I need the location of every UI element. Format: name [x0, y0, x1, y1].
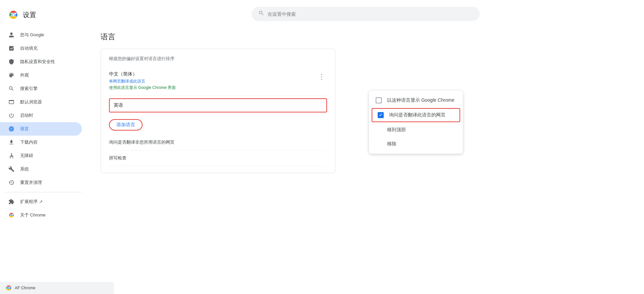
sidebar-item-startup[interactable]: 启动时 — [0, 109, 82, 122]
palette-icon — [8, 72, 15, 79]
sidebar-item-label: 重置并清理 — [20, 180, 42, 186]
sidebar-item-label: 搜索引擎 — [20, 86, 38, 92]
sidebar-item-browser[interactable]: 默认浏览器 — [0, 95, 82, 109]
sidebar-header: 设置 — [0, 5, 87, 28]
reset-icon — [8, 179, 15, 186]
sidebar-item-language[interactable]: 语言 — [0, 122, 82, 136]
about-chrome-icon — [8, 212, 15, 218]
external-link-icon: ↗ — [39, 199, 43, 204]
sidebar-item-label: 下载内容 — [20, 139, 38, 145]
search-nav-icon — [8, 85, 15, 92]
display-link[interactable]: 使用此语言显示 Google Chrome 界面 — [109, 85, 316, 91]
sidebar-item-autofill[interactable]: 自动填充 — [0, 42, 82, 55]
sidebar-item-label: 系统 — [20, 166, 29, 172]
sidebar-item-system[interactable]: 系统 — [0, 162, 82, 176]
extensions-label-group: 扩展程序 ↗ — [20, 199, 43, 205]
search-icon — [258, 10, 264, 18]
language-card: 根据您的偏好设置对语言进行排序 中文（简体） 将网页翻译成此语言 使用此语言显示… — [101, 49, 335, 173]
person-icon — [8, 32, 15, 38]
card-subtitle: 根据您的偏好设置对语言进行排序 — [109, 56, 327, 62]
sidebar-item-accessibility[interactable]: 无障碍 — [0, 149, 82, 162]
puzzle-icon — [8, 198, 15, 205]
language-entry-english: 英语 — [109, 98, 327, 112]
menu-item-label: 移除 — [387, 141, 396, 147]
sidebar-nav: 您与 Google 自动填充 隐私设置和安全性 外观 — [0, 28, 87, 289]
more-options-button[interactable]: ⋮ — [316, 71, 327, 82]
bottom-bar-chrome-icon — [5, 285, 12, 291]
svg-point-6 — [11, 214, 12, 216]
sidebar-item-label: 外观 — [20, 72, 29, 78]
menu-item-remove[interactable]: 移除 — [369, 137, 463, 151]
language-entry-chinese: 中文（简体） 将网页翻译成此语言 使用此语言显示 Google Chrome 界… — [109, 67, 327, 96]
menu-item-label: 询问是否翻译此语言的网页 — [389, 112, 445, 118]
sidebar-item-about[interactable]: 关于 Chrome — [0, 208, 82, 222]
page-title: 设置 — [23, 10, 36, 19]
menu-item-display[interactable]: 以这种语言显示 Google Chrome — [369, 93, 463, 107]
power-icon — [8, 112, 15, 119]
autofill-icon — [8, 45, 15, 52]
nav-divider — [5, 192, 82, 192]
menu-item-label: 移到顶部 — [387, 127, 406, 133]
sidebar-item-google[interactable]: 您与 Google — [0, 28, 82, 42]
globe-icon — [8, 126, 15, 132]
menu-item-translate[interactable]: 询问是否翻译此语言的网页 — [372, 108, 460, 122]
bottom-bar: AF Chrome — [0, 282, 114, 294]
language-name: 中文（简体） — [109, 71, 316, 77]
sidebar-item-label: 关于 Chrome — [20, 212, 46, 218]
menu-item-label: 以这种语言显示 Google Chrome — [387, 97, 454, 103]
search-bar — [252, 7, 480, 21]
spellcheck-label: 拼写检查 — [109, 155, 126, 161]
svg-point-4 — [11, 153, 12, 154]
sidebar-item-search[interactable]: 搜索引擎 — [0, 82, 82, 95]
language-info: 中文（简体） 将网页翻译成此语言 使用此语言显示 Google Chrome 界… — [109, 71, 316, 91]
sidebar-item-privacy[interactable]: 隐私设置和安全性 — [0, 55, 82, 68]
bottom-bar-label: AF Chrome — [15, 286, 35, 290]
main-content: 语言 根据您的偏好设置对语言进行排序 中文（简体） 将网页翻译成此语言 使用此语… — [87, 0, 644, 294]
sidebar: 设置 您与 Google 自动填充 隐私设置和安全性 — [0, 0, 87, 294]
sidebar-item-label: 隐私设置和安全性 — [20, 59, 55, 65]
sidebar-item-label: 您与 Google — [20, 32, 44, 38]
svg-point-3 — [12, 14, 15, 16]
translate-toggle-label: 询问是否翻译非您所用语言的网页 — [109, 139, 174, 145]
sidebar-item-reset[interactable]: 重置并清理 — [0, 176, 82, 189]
wrench-icon — [8, 166, 15, 173]
context-menu: 以这种语言显示 Google Chrome 询问是否翻译此语言的网页 移到顶部 … — [369, 91, 463, 154]
sidebar-item-label: 无障碍 — [20, 153, 33, 159]
search-input[interactable] — [268, 11, 473, 17]
checkbox-translate[interactable] — [378, 112, 384, 118]
accessibility-icon — [8, 152, 15, 159]
language-name-english: 英语 — [114, 102, 123, 108]
shield-icon — [8, 58, 15, 65]
translate-toggle-item: 询问是否翻译非您所用语言的网页 — [109, 135, 327, 150]
sidebar-item-label: 语言 — [20, 126, 29, 132]
sidebar-item-label: 默认浏览器 — [20, 99, 42, 105]
language-entry-header: 中文（简体） 将网页翻译成此语言 使用此语言显示 Google Chrome 界… — [109, 71, 327, 91]
search-bar-container — [101, 7, 631, 21]
translate-link[interactable]: 将网页翻译成此语言 — [109, 79, 316, 84]
sidebar-item-label: 自动填充 — [20, 45, 38, 51]
section-title: 语言 — [101, 32, 631, 42]
sidebar-item-extensions[interactable]: 扩展程序 ↗ — [0, 195, 82, 208]
sidebar-item-downloads[interactable]: 下载内容 — [0, 136, 82, 149]
sidebar-item-label: 启动时 — [20, 112, 33, 118]
spellcheck-item: 拼写检查 — [109, 150, 327, 166]
svg-point-8 — [8, 287, 9, 289]
sidebar-item-appearance[interactable]: 外观 — [0, 68, 82, 82]
chrome-logo-icon — [8, 9, 19, 20]
sidebar-item-label: 扩展程序 — [20, 199, 38, 205]
checkbox-display[interactable] — [376, 97, 382, 103]
download-icon — [8, 139, 15, 146]
browser-icon — [8, 99, 15, 105]
menu-item-move-top[interactable]: 移到顶部 — [369, 123, 463, 137]
add-language-button[interactable]: 添加语言 — [109, 119, 143, 131]
